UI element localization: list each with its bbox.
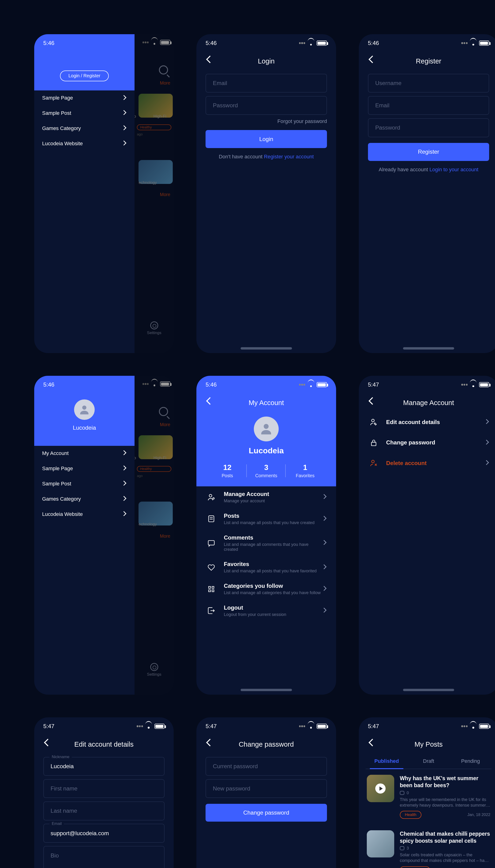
email-field[interactable]: Emailsupport@lucodeia.com [44,824,165,843]
no-account-text: Don't have account [219,154,262,160]
password-field[interactable]: Password [368,118,489,137]
status-time: 5:47 [368,723,379,729]
lock-icon [368,438,379,447]
status-time: 5:47 [44,723,54,729]
page-title: My Account [215,399,318,407]
menu-games-category[interactable]: Games Category [34,491,135,507]
nav-drawer: 5:46 Lucodeia My Account Sample Page Sam… [34,376,135,695]
svg-rect-13 [371,442,376,446]
item-change-password[interactable]: Change password [359,432,495,453]
settings-button[interactable]: Settings [135,663,174,677]
back-button[interactable] [368,57,377,66]
password-field[interactable]: Password [206,96,327,115]
post-tag[interactable]: Technology [400,866,430,868]
new-password-field[interactable]: New password [206,779,327,798]
screen-change-password: 5:47 Change password Current password Ne… [197,718,336,868]
menu-sample-page[interactable]: Sample Page [34,461,135,476]
avatar[interactable] [74,400,95,420]
avatar[interactable] [254,417,279,442]
post-item[interactable]: Why has the UK's wet summer been bad for… [359,769,495,825]
status-time: 5:47 [206,723,217,729]
email-field[interactable]: Email [368,96,489,115]
svg-point-0 [82,406,86,410]
chevron-right-icon [322,608,327,613]
register-link[interactable]: Register your account [264,154,314,160]
menu-games-category[interactable]: Games Category [34,121,135,136]
tab-published[interactable]: Published [365,754,408,769]
firstname-field[interactable]: First name [44,779,165,798]
page-title: My Posts [377,741,480,748]
screen-manage-account: 5:47 Manage Account Edit account details… [359,376,495,695]
more-link-2[interactable]: More [135,190,174,200]
search-icon[interactable] [159,65,168,74]
nickname-field[interactable]: NicknameLucodeia [44,757,165,776]
chevron-right-icon [322,517,327,521]
chevron-right-icon [122,481,126,486]
item-manage-account[interactable]: Manage AccountManage your account [197,486,336,508]
item-logout[interactable]: LogoutLogout from your current session [197,600,336,622]
logout-icon [206,606,217,615]
item-categories[interactable]: Categories you followList and manage all… [197,578,336,600]
email-field[interactable]: Email [206,74,327,93]
item-delete-account[interactable]: Delete account [359,453,495,473]
chevron-right-icon [485,440,489,445]
settings-button[interactable]: Settings [135,321,174,335]
register-button[interactable]: Register [368,143,489,161]
menu-sample-post[interactable]: Sample Post [34,106,135,121]
item-posts[interactable]: PostsList and manage all posts that you … [197,508,336,530]
menu-lucodeia-website[interactable]: Lucodeia Website [34,136,135,151]
back-button[interactable] [206,398,215,407]
stat-posts[interactable]: 12Posts [208,463,247,478]
back-button[interactable] [368,398,377,407]
menu-lucodeia-website[interactable]: Lucodeia Website [34,507,135,522]
tab-pending[interactable]: Pending [449,754,492,769]
stat-comments[interactable]: 3Comments [247,463,286,478]
current-password-field[interactable]: Current password [206,757,327,776]
svg-rect-8 [209,586,210,588]
back-button[interactable] [206,57,215,66]
account-name: Lucodeia [197,446,336,455]
change-password-button[interactable]: Change password [206,804,327,822]
login-button[interactable]: Login [206,130,327,148]
document-icon [206,514,217,524]
menu-my-account[interactable]: My Account [34,446,135,461]
home-indicator [241,347,292,350]
post-item[interactable]: Chemical that makes chilli peppers spicy… [359,825,495,868]
more-link-2[interactable]: More [135,531,174,541]
search-icon[interactable] [159,407,168,416]
login-register-button[interactable]: Login / Register [60,71,109,81]
comment-icon [206,538,217,548]
home-indicator [403,347,454,350]
chevron-right-icon [122,141,126,146]
post-tag[interactable]: Health [400,811,422,819]
bio-field[interactable]: Bio [44,846,165,868]
menu-sample-post[interactable]: Sample Post [34,476,135,492]
user-gear-icon [206,493,217,502]
status-time: 5:46 [44,40,54,47]
stat-favorites[interactable]: 1Favorites [286,463,325,478]
comment-icon [400,791,404,795]
menu-sample-page[interactable]: Sample Page [34,90,135,106]
chevron-right-icon [485,420,489,424]
more-link[interactable]: More [135,78,174,88]
tabs: Published Draft Pending [365,754,492,769]
svg-point-2 [209,494,212,497]
more-link[interactable]: More [135,420,174,429]
status-time: 5:46 [206,382,217,388]
item-comments[interactable]: CommentsList and manage all comments tha… [197,530,336,556]
back-button[interactable] [368,740,377,749]
screen-my-posts: 5:47 My Posts Published Draft Pending Wh… [359,718,495,868]
back-button[interactable] [206,740,215,749]
comment-icon [400,846,404,850]
item-favorites[interactable]: FavoritesList and manage all posts that … [197,556,336,578]
svg-rect-7 [208,541,215,545]
username-field[interactable]: Username [368,74,489,93]
home-indicator [403,689,454,691]
forgot-password-link[interactable]: Forgot your password [206,118,327,124]
back-button[interactable] [44,740,52,749]
tab-draft[interactable]: Draft [408,754,449,769]
chevron-right-icon [122,466,126,471]
lastname-field[interactable]: Last name [44,801,165,820]
login-link[interactable]: Login to your account [429,166,478,173]
item-edit-details[interactable]: Edit account details [359,412,495,432]
